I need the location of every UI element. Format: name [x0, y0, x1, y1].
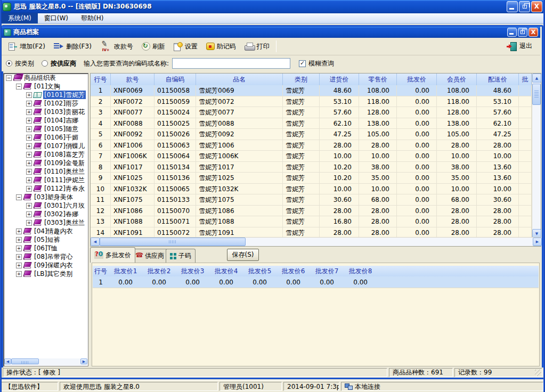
detail-column-header-5[interactable]: 批发价5 [243, 266, 276, 276]
tree-item-label[interactable]: [03]塑身美体 [33, 193, 74, 201]
column-header-9[interactable]: 配送价 [477, 74, 519, 85]
grid-vscroll-thumb[interactable] [532, 84, 541, 105]
tree-item[interactable]: +[09]保暖内衣 [4, 261, 88, 270]
column-header-0[interactable]: 行号 [91, 74, 111, 85]
toolbar-button-4[interactable]: 设置 [169, 40, 202, 53]
expand-plus-icon[interactable]: + [26, 126, 32, 132]
expand-plus-icon[interactable]: + [26, 118, 32, 124]
grid-hscroll-track[interactable] [246, 238, 533, 246]
expand-plus-icon[interactable]: + [26, 211, 32, 217]
by-supplier-radio[interactable] [42, 60, 48, 67]
table-row[interactable]: 4XNF008801150025雪妮芳0088雪妮芳62.10138.000.0… [91, 118, 532, 129]
expand-plus-icon[interactable]: + [16, 246, 22, 251]
toolbar-button-2[interactable]: 改款号 [96, 39, 137, 53]
tree-item-label[interactable]: [0110]奥丝兰 [43, 167, 86, 176]
minimize-button[interactable] [507, 1, 518, 12]
toolbar-button-0[interactable]: 增加(F2) [4, 40, 50, 53]
table-row[interactable]: 13XNF108801150071雪妮芳1088雪妮芳16.8028.000.0… [91, 216, 532, 227]
tree-item[interactable]: +[0303]奥丝兰 [4, 218, 88, 227]
expand-plus-icon[interactable]: + [26, 152, 32, 158]
table-row[interactable]: 1XNF006901150058雪妮芳0069雪妮芳48.60108.000.0… [91, 85, 532, 96]
tree-item[interactable]: +[LB]其它类别 [4, 270, 88, 278]
toolbar-button-6[interactable]: 打印 [240, 40, 274, 53]
doc-restore-button[interactable] [518, 28, 527, 37]
fuzzy-checkbox[interactable] [299, 60, 306, 67]
tree-item[interactable]: −[03]塑身美体 [4, 193, 88, 201]
tree-scroll-track[interactable] [39, 358, 80, 365]
search-input[interactable] [172, 58, 290, 69]
expand-plus-icon[interactable]: + [26, 143, 32, 149]
tree-item[interactable]: +[0105]随意 [4, 125, 88, 133]
column-header-7[interactable]: 批发价 [397, 74, 437, 85]
expand-plus-icon[interactable]: + [26, 109, 32, 115]
column-header-6[interactable]: 零售价 [359, 74, 397, 85]
tree-item[interactable]: −商品组织表 [4, 74, 88, 82]
expand-plus-icon[interactable]: + [26, 160, 32, 166]
exit-button[interactable]: 退出 [503, 39, 536, 53]
tree-item[interactable]: +[0107]俏蝶儿 [4, 142, 88, 150]
table-row[interactable]: 12XNF108601150070雪妮芳1086雪妮芳28.0028.000.0… [91, 206, 532, 217]
detail-grid-row[interactable]: 10.000.000.000.000.000.000.000.00 [93, 276, 539, 288]
tree-item-label[interactable]: [01]文胸 [33, 82, 61, 91]
detail-column-header-7[interactable]: 批发价7 [310, 266, 344, 276]
detail-column-header-6[interactable]: 批发价6 [276, 266, 310, 276]
tree-item-label[interactable]: [0301]六月玫 [43, 201, 86, 210]
tree-item[interactable]: +[0106]千媚 [4, 133, 88, 142]
expand-plus-icon[interactable]: + [26, 177, 32, 183]
tree-item-label[interactable]: [0108]嘉芝芳 [43, 150, 86, 159]
tree-item-label[interactable]: [0102]雨莎 [43, 99, 79, 108]
tree-item[interactable]: +[0302]春娜 [4, 210, 88, 218]
collapse-minus-icon[interactable]: − [6, 75, 12, 81]
by-category-label[interactable]: 按类别 [15, 59, 34, 68]
detail-column-header-0[interactable]: 行号 [93, 266, 109, 276]
column-header-10[interactable]: 批 [519, 74, 532, 85]
tree-item[interactable]: +[05]短裤 [4, 235, 88, 244]
table-row[interactable]: 11XNF107501150133雪妮芳1075雪妮芳30.6068.000.0… [91, 194, 532, 206]
table-row[interactable]: 8XNF101701150134雪妮芳1017雪妮芳10.2038.000.00… [91, 162, 532, 173]
expand-plus-icon[interactable]: + [26, 135, 32, 141]
column-header-4[interactable]: 类别 [283, 74, 320, 85]
tree-item-label[interactable]: [0104]吉娜 [43, 116, 79, 125]
grid-hscroll-thumb[interactable] [100, 238, 246, 246]
tab-多批发价[interactable]: 多批发价 [90, 247, 135, 263]
column-header-5[interactable]: 进货价 [320, 74, 359, 85]
column-header-2[interactable]: 自编码 [154, 74, 196, 85]
tree-item[interactable]: +[04]情趣内衣 [4, 227, 88, 235]
by-category-radio[interactable] [6, 60, 12, 67]
tree-item[interactable]: +[0101]雪妮芳 [4, 91, 88, 99]
tree-item[interactable]: +[0108]嘉芝芳 [4, 150, 88, 159]
tab-供应商[interactable]: 供应商 [131, 249, 168, 263]
detail-column-header-8[interactable]: 批发价8 [344, 266, 377, 276]
tree-item-label[interactable]: [0103]贵丽花 [43, 108, 86, 116]
tree-item[interactable]: +[0102]雨莎 [4, 99, 88, 108]
tree-item-label[interactable]: [0101]雪妮芳 [43, 91, 86, 99]
tree-item[interactable]: +[06]T恤 [4, 244, 88, 252]
expand-plus-icon[interactable]: + [26, 101, 32, 107]
tree-item-label[interactable]: [0105]随意 [43, 125, 79, 133]
tree-item-label[interactable]: [06]T恤 [33, 244, 59, 252]
tree-item[interactable]: −[01]文胸 [4, 82, 88, 91]
menu-item-0[interactable]: 系统(M) [2, 13, 38, 23]
tree-scroll-left-arrow-icon[interactable]: ◀ [4, 358, 11, 364]
detail-column-header-4[interactable]: 批发价4 [209, 266, 243, 276]
tree-item-label[interactable]: [0112]青春永 [43, 184, 86, 193]
expand-plus-icon[interactable]: + [16, 237, 22, 243]
tree-item-label[interactable]: [0302]春娜 [43, 210, 79, 218]
expand-plus-icon[interactable]: + [16, 263, 22, 268]
tree-item[interactable]: +[08]吊带背心 [4, 252, 88, 261]
toolbar-button-1[interactable]: 删除(F3) [50, 40, 96, 53]
tree-item-label[interactable]: [09]保暖内衣 [33, 261, 74, 270]
expand-plus-icon[interactable]: + [16, 271, 22, 277]
grid-scroll-right-arrow-icon[interactable]: ▶ [533, 238, 542, 246]
tree-item-label[interactable]: [0111]伊妮兰 [43, 176, 86, 184]
tree-item[interactable]: +[0110]奥丝兰 [4, 167, 88, 176]
collapse-minus-icon[interactable]: − [16, 84, 22, 89]
table-row[interactable]: 3XNF007701150024雪妮芳0077雪妮芳57.60128.000.0… [91, 107, 532, 118]
toolbar-button-3[interactable]: 刷新 [137, 40, 169, 53]
expand-plus-icon[interactable]: + [16, 228, 22, 234]
tree-horizontal-scrollbar[interactable]: ◀ ▶ [4, 358, 87, 365]
tree-item-label[interactable]: [0107]俏蝶儿 [43, 142, 86, 150]
column-header-1[interactable]: 款号 [111, 74, 154, 85]
column-header-8[interactable]: 会员价 [437, 74, 477, 85]
detail-column-header-1[interactable]: 批发价1 [109, 266, 142, 276]
